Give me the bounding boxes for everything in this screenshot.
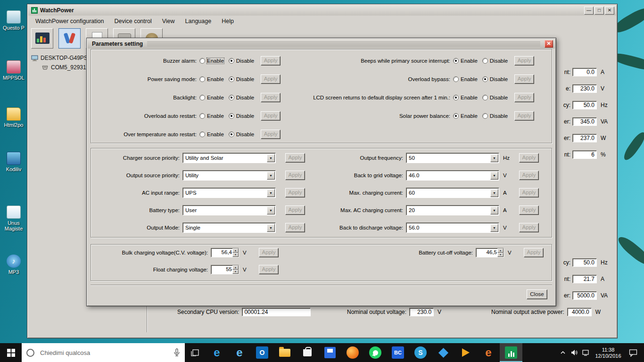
- spinner-up-icon[interactable]: ▲: [232, 265, 239, 270]
- apply-button[interactable]: Apply: [285, 171, 305, 180]
- radio-enable[interactable]: [199, 95, 205, 100]
- radio-disable[interactable]: [229, 132, 234, 137]
- taskbar-app-whatsapp[interactable]: [364, 343, 387, 362]
- radio-enable-label[interactable]: Enable: [207, 58, 224, 64]
- apply-button[interactable]: Apply: [514, 111, 534, 121]
- radio-disable-label[interactable]: Disable: [236, 95, 254, 100]
- battery-type-select[interactable]: User▼: [182, 205, 276, 215]
- apply-button[interactable]: Apply: [259, 265, 279, 274]
- taskbar-app-watchpower[interactable]: [500, 343, 522, 362]
- desktop-icon-html2po[interactable]: Html2po: [1, 107, 26, 128]
- apply-button[interactable]: Apply: [261, 130, 281, 139]
- taskbar-app-save-tool[interactable]: [319, 343, 341, 362]
- radio-enable-label[interactable]: Enable: [461, 95, 478, 100]
- radio-disable-label[interactable]: Disable: [236, 58, 254, 64]
- clock[interactable]: 11:38 12/10/2016: [591, 346, 625, 359]
- taskbar-app-internet-explorer[interactable]: e: [228, 343, 251, 362]
- radio-disable-label[interactable]: Disable: [490, 113, 508, 119]
- battery-cutoff-voltage-spinner[interactable]: 46,5▲▼: [476, 248, 504, 257]
- apply-button[interactable]: Apply: [261, 74, 281, 84]
- tray-volume-button[interactable]: [569, 343, 580, 362]
- menu-help[interactable]: Help: [216, 16, 239, 26]
- radio-disable-label[interactable]: Disable: [490, 95, 508, 100]
- close-button[interactable]: ✕: [605, 7, 614, 15]
- chevron-down-icon[interactable]: ▼: [267, 189, 275, 197]
- radio-disable-label[interactable]: Disable: [236, 113, 254, 119]
- microphone-icon[interactable]: [173, 348, 180, 357]
- chevron-down-icon[interactable]: ▼: [490, 189, 498, 197]
- taskbar-app-store[interactable]: [296, 343, 319, 362]
- apply-button[interactable]: Apply: [285, 206, 305, 215]
- radio-disable[interactable]: [482, 113, 488, 119]
- radio-enable[interactable]: [453, 113, 459, 119]
- radio-disable[interactable]: [482, 58, 488, 64]
- radio-disable-label[interactable]: Disable: [236, 76, 254, 82]
- menu-language[interactable]: Language: [180, 16, 217, 26]
- float-charging-voltage-spinner[interactable]: 55▲▼: [211, 265, 239, 274]
- radio-enable[interactable]: [453, 76, 459, 82]
- taskbar-app-diamond[interactable]: [432, 343, 454, 362]
- menu-view[interactable]: View: [157, 16, 180, 26]
- radio-disable-label[interactable]: Disable: [236, 132, 254, 137]
- apply-button[interactable]: Apply: [514, 74, 534, 84]
- radio-enable[interactable]: [199, 113, 205, 119]
- tray-display-button[interactable]: [580, 343, 591, 362]
- chevron-down-icon[interactable]: ▼: [267, 172, 275, 180]
- radio-enable[interactable]: [199, 76, 205, 82]
- chevron-down-icon[interactable]: ▼: [267, 224, 275, 232]
- apply-button[interactable]: Apply: [285, 188, 305, 197]
- radio-enable-label[interactable]: Enable: [207, 113, 224, 119]
- taskbar-app-skype[interactable]: S: [409, 343, 432, 362]
- close-dialog-button[interactable]: Close: [527, 289, 547, 299]
- back-to-discharge-voltage-select[interactable]: 56.0▼: [406, 222, 499, 233]
- radio-disable[interactable]: [229, 113, 234, 119]
- apply-button[interactable]: Apply: [261, 56, 281, 66]
- taskbar-app-firefox[interactable]: [341, 343, 364, 362]
- radio-enable-label[interactable]: Enable: [207, 95, 224, 100]
- maximize-button[interactable]: □: [594, 7, 604, 15]
- radio-enable[interactable]: [199, 58, 205, 64]
- radio-enable[interactable]: [199, 132, 205, 137]
- radio-disable[interactable]: [482, 95, 488, 100]
- taskbar-app-file-explorer[interactable]: [273, 343, 296, 362]
- desktop-icon-questo-pc[interactable]: Questo P: [1, 10, 26, 31]
- radio-disable[interactable]: [482, 76, 488, 82]
- spinner-down-icon[interactable]: ▼: [232, 253, 239, 257]
- apply-button[interactable]: Apply: [519, 153, 539, 163]
- tray-expand-button[interactable]: [557, 343, 569, 362]
- radio-disable-label[interactable]: Disable: [490, 58, 508, 64]
- apply-button[interactable]: Apply: [514, 56, 534, 66]
- monitoring-toolbar-button[interactable]: [31, 28, 53, 49]
- search-input[interactable]: Chiedimi qualcosa: [22, 343, 185, 362]
- desktop-icon-mppsol[interactable]: MPPSOL: [1, 60, 26, 81]
- max-charging-current-select[interactable]: 60▼: [406, 188, 499, 198]
- taskbar-app-bc[interactable]: BC: [387, 343, 409, 362]
- taskbar-app-edge[interactable]: e: [206, 343, 228, 362]
- notification-center-button[interactable]: [625, 343, 641, 362]
- parameter-setting-toolbar-button[interactable]: [58, 28, 81, 49]
- spinner-up-icon[interactable]: ▲: [497, 248, 504, 253]
- taskbar-app-orange-arrow[interactable]: [454, 343, 477, 362]
- task-view-button[interactable]: [185, 343, 206, 362]
- window-titlebar[interactable]: WatchPower ― □ ✕: [28, 5, 616, 16]
- dialog-close-icon[interactable]: ✕: [545, 40, 553, 48]
- apply-button[interactable]: Apply: [285, 153, 305, 163]
- radio-enable-label[interactable]: Enable: [461, 76, 478, 82]
- radio-enable-label[interactable]: Enable: [461, 58, 478, 64]
- radio-disable[interactable]: [229, 58, 234, 64]
- spinner-up-icon[interactable]: ▲: [232, 248, 239, 253]
- back-to-grid-voltage-select[interactable]: 46.0▼: [406, 170, 499, 181]
- radio-enable-label[interactable]: Enable: [207, 76, 224, 82]
- max-ac-charging-current-select[interactable]: 20▼: [406, 205, 499, 215]
- apply-button[interactable]: Apply: [259, 248, 279, 257]
- chevron-down-icon[interactable]: ▼: [490, 172, 498, 180]
- apply-button[interactable]: Apply: [519, 188, 539, 197]
- apply-button[interactable]: Apply: [524, 248, 544, 257]
- spinner-down-icon[interactable]: ▼: [232, 270, 239, 274]
- desktop-icon-mp3[interactable]: ♪ MP3: [1, 255, 26, 275]
- chevron-down-icon[interactable]: ▼: [267, 154, 275, 162]
- output-frequency-select[interactable]: 50▼: [406, 153, 499, 163]
- menu-device-control[interactable]: Device control: [109, 16, 157, 26]
- apply-button[interactable]: Apply: [261, 111, 281, 121]
- dialog-titlebar[interactable]: Parameters setting ✕: [88, 39, 555, 49]
